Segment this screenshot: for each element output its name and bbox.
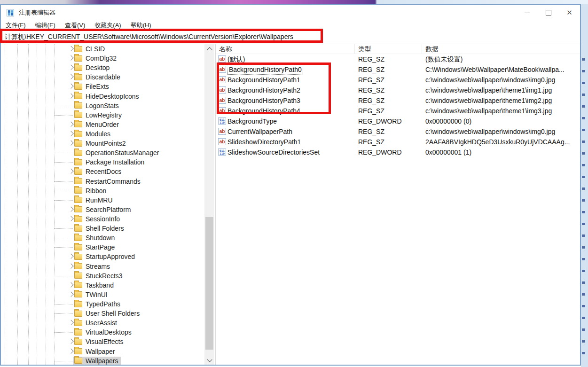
tree-item-hitbox[interactable]: CLSID — [73, 45, 108, 53]
tree-item-hitbox[interactable]: TypedPaths — [73, 300, 123, 308]
tree-item-hitbox[interactable]: Modules — [73, 130, 113, 138]
value-name[interactable]: BackgroundHistoryPath0 — [227, 64, 303, 75]
tree-item-hitbox[interactable]: LowRegistry — [73, 111, 125, 119]
column-header-type[interactable]: 类型 — [355, 44, 422, 54]
tree-item[interactable]: Shutdown — [1, 233, 204, 242]
expand-chevron-icon[interactable] — [68, 121, 73, 126]
tree-item[interactable]: StuckRects3 — [1, 271, 204, 281]
tree-item-hitbox[interactable]: VirtualDesktops — [73, 328, 134, 336]
tree-item-hitbox[interactable]: RunMRU — [73, 196, 116, 204]
tree-item-hitbox[interactable]: SearchPlatform — [73, 205, 133, 214]
tree-item-hitbox[interactable]: Wallpaper — [73, 347, 118, 356]
tree-item[interactable]: Modules — [1, 129, 204, 139]
tree-item[interactable]: Wallpaper — [1, 347, 204, 356]
expand-chevron-icon[interactable] — [68, 348, 73, 353]
registry-value-row[interactable]: abCurrentWallpaperPathREG_SZc:\windows\w… — [216, 126, 580, 137]
tree-item[interactable]: Streams — [1, 262, 204, 271]
tree-item[interactable]: TypedPaths — [1, 299, 204, 309]
registry-value-row[interactable]: abBackgroundHistoryPath3REG_SZc:\windows… — [216, 95, 580, 106]
value-name[interactable]: SlideshowDirectoryPath1 — [227, 137, 301, 147]
tree-item[interactable]: Taskband — [1, 281, 204, 290]
tree-item[interactable]: RunMRU — [1, 195, 204, 205]
tree-item-hitbox[interactable]: Desktop — [73, 63, 112, 72]
registry-value-row[interactable]: abSlideshowDirectoryPath1REG_SZ2AAFA8BVI… — [216, 137, 580, 147]
tree-item[interactable]: UserAssist — [1, 318, 204, 328]
tree-item[interactable]: StartPage — [1, 242, 204, 252]
value-name[interactable]: BackgroundHistoryPath2 — [227, 85, 300, 95]
value-name[interactable]: (默认) — [227, 54, 245, 64]
minimize-button[interactable] — [517, 5, 538, 20]
expand-chevron-icon[interactable] — [68, 339, 73, 344]
expand-chevron-icon[interactable] — [68, 169, 73, 174]
tree-item-hitbox[interactable]: LogonStats — [73, 102, 122, 110]
title-bar[interactable]: 注册表编辑器 ✕ — [1, 5, 580, 20]
maximize-button[interactable] — [538, 5, 559, 20]
expand-chevron-icon[interactable] — [68, 65, 73, 70]
tree-item[interactable]: CLSID — [1, 44, 204, 54]
value-name[interactable]: BackgroundType — [227, 116, 277, 126]
tree-item-hitbox[interactable]: VisualEffects — [73, 337, 126, 346]
tree-item[interactable]: StartupApproved — [1, 252, 204, 261]
tree-item-hitbox[interactable]: StartupApproved — [73, 252, 138, 261]
expand-chevron-icon[interactable] — [68, 141, 73, 146]
value-name[interactable]: CurrentWallpaperPath — [227, 126, 292, 137]
tree-item-hitbox[interactable]: TWinUI — [73, 290, 110, 299]
registry-value-row[interactable]: abBackgroundHistoryPath0REG_SZC:\Windows… — [216, 64, 580, 75]
menu-item[interactable]: 查看(V) — [65, 21, 85, 30]
menu-item[interactable]: 编辑(E) — [35, 21, 55, 30]
tree-item-hitbox[interactable]: ComDlg32 — [73, 54, 119, 62]
expand-chevron-icon[interactable] — [68, 55, 73, 61]
tree-item[interactable]: MountPoints2 — [1, 139, 204, 148]
tree-item[interactable]: SearchPlatform — [1, 205, 204, 214]
tree-item-hitbox[interactable]: Package Installation — [73, 158, 147, 166]
expand-chevron-icon[interactable] — [68, 282, 73, 287]
tree-item-hitbox[interactable]: User Shell Folders — [73, 309, 142, 318]
tree-item[interactable]: Discardable — [1, 72, 204, 82]
expand-chevron-icon[interactable] — [68, 254, 73, 259]
tree-item-hitbox[interactable]: OperationStatusManager — [73, 148, 162, 157]
tree-item[interactable]: Wallpapers — [1, 356, 204, 365]
tree-item[interactable]: ComDlg32 — [1, 54, 204, 63]
registry-value-row[interactable]: abBackgroundHistoryPath2REG_SZc:\windows… — [216, 85, 580, 95]
tree-item-hitbox[interactable]: RestartCommands — [73, 177, 143, 186]
tree-item-hitbox[interactable]: RecentDocs — [73, 167, 124, 176]
scroll-up-button[interactable] — [204, 44, 214, 52]
tree-item[interactable]: VisualEffects — [1, 337, 204, 346]
tree-item[interactable]: User Shell Folders — [1, 309, 204, 318]
tree-item-hitbox[interactable]: Taskband — [73, 281, 117, 289]
close-button[interactable]: ✕ — [559, 5, 580, 20]
menu-item[interactable]: 帮助(H) — [131, 21, 151, 30]
value-name[interactable]: SlideshowSourceDirectoriesSet — [227, 147, 320, 157]
tree-item[interactable]: LogonStats — [1, 101, 204, 110]
tree-item[interactable]: TWinUI — [1, 290, 204, 299]
tree-item-hitbox[interactable]: Shell Folders — [73, 224, 127, 233]
tree-item[interactable]: RestartCommands — [1, 177, 204, 186]
address-bar[interactable]: 计算机\HKEY_CURRENT_USER\Software\Microsoft… — [1, 30, 580, 44]
registry-value-row[interactable]: abBackgroundHistoryPath4REG_SZc:\windows… — [216, 106, 580, 116]
expand-chevron-icon[interactable] — [68, 46, 73, 51]
tree-item[interactable]: SessionInfo — [1, 214, 204, 224]
expand-chevron-icon[interactable] — [68, 291, 73, 297]
tree-item-hitbox[interactable]: StuckRects3 — [73, 272, 125, 280]
tree-item[interactable]: Shell Folders — [1, 224, 204, 233]
tree-item[interactable]: Package Installation — [1, 157, 204, 167]
expand-chevron-icon[interactable] — [68, 320, 73, 325]
expand-chevron-icon[interactable] — [68, 263, 73, 268]
expand-chevron-icon[interactable] — [68, 206, 73, 211]
tree-item[interactable]: Ribbon — [1, 186, 204, 195]
registry-value-row[interactable]: 011110SlideshowSourceDirectoriesSetREG_D… — [216, 147, 580, 157]
expand-chevron-icon[interactable] — [68, 74, 73, 79]
column-header-data[interactable]: 数据 — [422, 44, 577, 54]
tree-item-hitbox[interactable]: Ribbon — [73, 187, 109, 195]
tree-item-hitbox[interactable]: MountPoints2 — [73, 139, 129, 148]
tree-item[interactable]: HideDesktopIcons — [1, 92, 204, 101]
tree-scrollbar[interactable] — [204, 44, 214, 365]
tree-item-hitbox[interactable]: FileExts — [73, 82, 112, 91]
menu-item[interactable]: 收藏夹(A) — [94, 21, 121, 30]
scroll-down-button[interactable] — [204, 357, 214, 365]
tree-item-hitbox[interactable]: Streams — [73, 262, 113, 271]
tree-item-hitbox[interactable]: SessionInfo — [73, 215, 123, 223]
registry-value-row[interactable]: ab(默认)REG_SZ(数值未设置) — [216, 54, 580, 64]
menu-item[interactable]: 文件(F) — [6, 21, 26, 30]
tree-item[interactable]: Desktop — [1, 63, 204, 72]
